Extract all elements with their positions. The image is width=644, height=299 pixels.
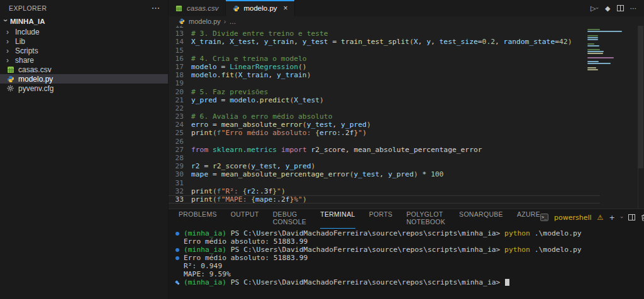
line-number: 20 [169,88,191,96]
tab-casas-csv[interactable]: casas.csv [169,0,226,16]
workspace-root-folder[interactable]: › MINHA_IA [0,16,168,27]
scrollbar-slider[interactable] [638,26,643,168]
minimap[interactable] [587,27,624,71]
line-number: 23 [169,112,191,121]
line-number: 26 [169,138,191,146]
vscode-window: EXPLORER ··· › MINHA_IA › Include › Lib … [0,0,644,299]
minimap-line [587,61,599,62]
line-number: 21 [169,96,191,104]
code-text: # 4. Cria e treina o modelo [191,55,307,63]
line-number: 27 [169,146,191,154]
code-line: 17modelo = LinearRegression() [169,63,600,71]
terminal-line: Erro médio absoluto: 51883.99 [169,237,644,246]
panel-actions: >_ powershell ⚠ + › ··· × [540,214,644,222]
minimap-line [587,55,624,57]
sidebar-item-modelo-py[interactable]: modelo.py [0,74,168,84]
code-line: 28 [169,154,600,162]
code-line: 26 [169,138,600,146]
python-file-icon [177,17,186,25]
terminal-cursor [505,279,509,286]
terminal-line: Erro médio absoluto: 51883.99 [169,254,644,262]
more-actions-icon[interactable]: ··· [630,4,637,13]
code-editor[interactable]: 1213# 3. Divide entre treino e teste14X_… [169,26,644,209]
code-text: # 5. Faz previsões [191,88,268,96]
breadcrumb-symbol[interactable]: … [229,18,236,25]
line-number: 18 [169,71,191,79]
code-line: 32print(f"R²: {r2:.3f}") [169,187,600,195]
code-text: print(f"MAPE: {mape:.2f}%") [191,195,307,204]
code-text: print(f"Erro médio absoluto: {erro:.2f}"… [191,129,367,137]
sidebar-item-share[interactable]: › share [0,55,168,65]
sidebar-item-include[interactable]: › Include [0,27,168,36]
command-decoration-icon[interactable] [175,248,179,252]
code-line: 23# 6. Avalia o erro médio absoluto [169,112,600,121]
sidebar-item-scripts[interactable]: › Scripts [0,46,168,55]
terminal-output[interactable]: (minha_ia) PS C:\Users\DavidMachadoFerre… [169,226,644,299]
command-decoration-icon[interactable] [175,232,179,236]
sidebar-item-lib[interactable]: › Lib [0,36,168,46]
kill-terminal-icon[interactable] [641,214,644,221]
minimap-line [587,59,624,60]
line-number: 24 [169,121,191,129]
split-terminal-icon[interactable] [628,214,635,220]
minimap-line [587,45,599,46]
run-dropdown-chevron-icon[interactable]: › [594,7,601,9]
terminal-line: MAPE: 9.59% [169,270,644,278]
minimap-line [587,47,624,48]
explorer-more-icon[interactable]: ··· [152,4,161,12]
terminal-line: (minha_ia) PS C:\Users\DavidMachadoFerre… [169,229,644,237]
new-terminal-icon[interactable]: + [609,214,614,222]
minimap-line [587,39,598,40]
code-area[interactable]: 1213# 3. Divide entre treino e teste14X_… [169,26,600,209]
command-decoration-icon[interactable] [175,256,179,260]
gear-icon [6,84,14,92]
minimap-line [587,33,624,35]
command-decoration-icon[interactable] [175,281,179,285]
line-number: 33 [169,195,191,204]
breadcrumb[interactable]: modelo.py › … [169,16,644,26]
python-file-icon [232,4,240,13]
line-number: 14 [169,38,191,46]
minimap-line [587,53,603,54]
code-text: # 6. Avalia o erro médio absoluto [191,112,332,121]
minimap-line [587,41,624,42]
file-label: modelo.py [18,75,53,84]
python-file-icon [6,75,14,83]
sidebar-item-pyvenv-cfg[interactable]: pyvenv.cfg [0,84,168,93]
code-text: erro = mean_absolute_error(y_test, y_pre… [191,121,371,129]
code-line: 27from sklearn.metrics import r2_score, … [169,146,600,154]
line-number: 25 [169,129,191,137]
sidebar-item-casas-csv[interactable]: casas.csv [0,65,168,74]
code-line: 33print(f"MAPE: {mape:.2f}%") [169,195,600,204]
shell-name-label[interactable]: powershell [554,214,592,222]
tab-modelo-py[interactable]: modelo.py × [226,0,295,16]
csv-file-icon [175,4,183,13]
warning-icon[interactable]: ⚠ [597,214,604,222]
code-text: modelo = LinearRegression() [191,63,307,71]
csv-file-icon [6,65,14,73]
breadcrumb-file[interactable]: modelo.py [189,18,221,25]
minimap-line [587,63,611,64]
folder-label: Lib [15,37,25,46]
panel-header: PROBLEMSOUTPUTDEBUG CONSOLETERMINALPORTS… [169,209,644,226]
code-text: # 3. Divide entre treino e teste [191,30,328,38]
split-editor-icon[interactable] [617,5,624,11]
code-line: 18modelo.fit(X_train, y_train) [169,71,600,79]
code-text: mape = mean_absolute_percentage_error(y_… [191,170,443,178]
code-line: 24erro = mean_absolute_error(y_test, y_p… [169,121,600,129]
editor-group: casas.csv modelo.py × ▷ › ◆ ··· [169,0,644,299]
code-text: from sklearn.metrics import r2_score, me… [191,146,482,154]
terminal-dropdown-chevron-icon[interactable]: › [618,216,625,219]
chevron-right-icon: › [6,47,11,55]
minimap-line [587,27,624,28]
code-line: 16# 4. Cria e treina o modelo [169,55,600,63]
code-text: print(f"R²: {r2:.3f}") [191,187,286,195]
line-number: 32 [169,187,191,195]
minimap-line [587,29,600,30]
minimap-line [587,49,600,50]
editor-scrollbar[interactable] [638,26,644,209]
close-tab-icon[interactable]: × [284,4,288,13]
folder-label: Scripts [15,46,38,55]
folder-label: share [15,56,34,65]
sonarqube-diamond-icon[interactable]: ◆ [605,4,610,13]
